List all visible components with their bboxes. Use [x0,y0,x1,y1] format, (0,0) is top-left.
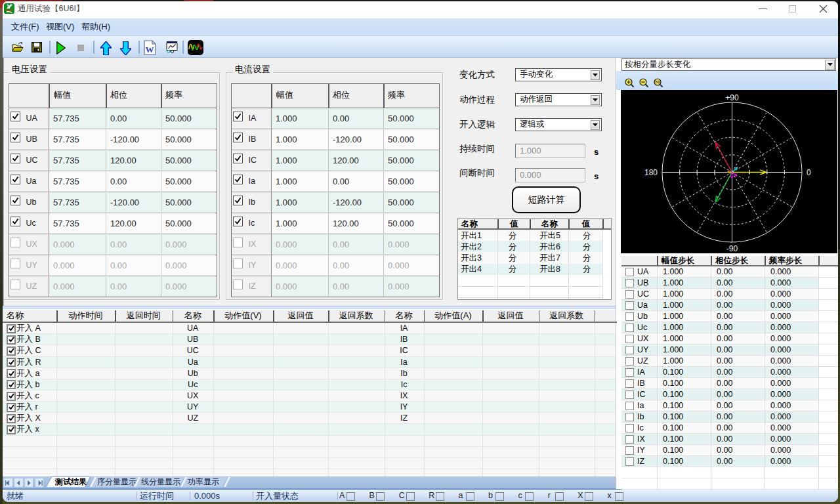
svg-text:+90: +90 [725,93,739,102]
svg-text:0: 0 [807,168,811,177]
svg-text:-90: -90 [726,244,738,253]
svg-text:W: W [146,45,154,54]
svg-text:180: 180 [644,168,658,177]
